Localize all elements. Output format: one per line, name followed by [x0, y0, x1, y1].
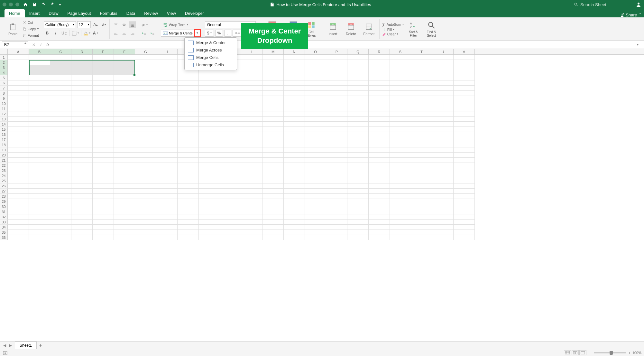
- row-header[interactable]: 11: [0, 106, 8, 111]
- cell[interactable]: [432, 209, 454, 214]
- cell[interactable]: [241, 153, 262, 158]
- cell[interactable]: [114, 75, 135, 80]
- cell[interactable]: [199, 225, 220, 230]
- cell[interactable]: [305, 158, 326, 163]
- row-header[interactable]: 33: [0, 220, 8, 225]
- cell[interactable]: [347, 204, 369, 209]
- cell[interactable]: [284, 158, 305, 163]
- cell[interactable]: [220, 101, 241, 106]
- cell[interactable]: [156, 70, 178, 75]
- cell[interactable]: [369, 220, 390, 225]
- cell[interactable]: [50, 127, 71, 132]
- search-sheet[interactable]: [574, 2, 632, 7]
- cell[interactable]: [390, 101, 411, 106]
- cell[interactable]: [262, 86, 284, 91]
- cell[interactable]: [50, 189, 71, 194]
- cell[interactable]: [114, 55, 135, 60]
- cell[interactable]: [390, 189, 411, 194]
- cell[interactable]: [71, 122, 93, 127]
- cell[interactable]: [347, 214, 369, 220]
- cell[interactable]: [390, 194, 411, 199]
- cell[interactable]: [241, 137, 262, 142]
- cell[interactable]: [114, 225, 135, 230]
- cell[interactable]: [241, 168, 262, 173]
- cell[interactable]: [432, 225, 454, 230]
- cell[interactable]: [284, 132, 305, 137]
- cell[interactable]: [29, 132, 50, 137]
- cell[interactable]: [454, 220, 475, 225]
- cell[interactable]: [29, 153, 50, 158]
- cell[interactable]: [8, 106, 29, 111]
- cell[interactable]: [114, 60, 135, 65]
- cell[interactable]: [390, 225, 411, 230]
- cell[interactable]: [114, 70, 135, 75]
- cut-button[interactable]: Cut: [23, 20, 39, 25]
- row-header[interactable]: 29: [0, 199, 8, 204]
- cell[interactable]: [135, 132, 156, 137]
- cell[interactable]: [199, 183, 220, 189]
- cell[interactable]: [156, 163, 178, 168]
- cell[interactable]: [8, 117, 29, 122]
- cell[interactable]: [135, 106, 156, 111]
- cell[interactable]: [199, 127, 220, 132]
- cell[interactable]: [199, 173, 220, 178]
- cell[interactable]: [347, 65, 369, 70]
- cell[interactable]: [114, 235, 135, 240]
- cell[interactable]: [411, 132, 432, 137]
- cell[interactable]: [199, 235, 220, 240]
- cell[interactable]: [369, 70, 390, 75]
- cell[interactable]: [326, 60, 347, 65]
- cell[interactable]: [454, 194, 475, 199]
- cell[interactable]: [156, 194, 178, 199]
- zoom-window-icon[interactable]: [15, 3, 19, 6]
- cell[interactable]: [71, 168, 93, 173]
- cell[interactable]: [156, 55, 178, 60]
- cell[interactable]: [93, 225, 114, 230]
- row-header[interactable]: 27: [0, 189, 8, 194]
- cell[interactable]: [347, 80, 369, 86]
- cell[interactable]: [135, 117, 156, 122]
- cell[interactable]: [93, 117, 114, 122]
- cell[interactable]: [305, 230, 326, 235]
- cell[interactable]: [178, 209, 199, 214]
- cell[interactable]: [29, 189, 50, 194]
- cell[interactable]: [262, 168, 284, 173]
- cell[interactable]: [50, 204, 71, 209]
- sheet-nav-prev-icon[interactable]: ◀: [2, 343, 7, 348]
- cell[interactable]: [8, 137, 29, 142]
- cell[interactable]: [135, 189, 156, 194]
- cell[interactable]: [8, 142, 29, 147]
- cell[interactable]: [71, 86, 93, 91]
- cell[interactable]: [284, 178, 305, 183]
- cell[interactable]: [262, 214, 284, 220]
- cell[interactable]: [178, 96, 199, 101]
- merge-and-center-item[interactable]: Merge & Center: [185, 39, 237, 46]
- cell[interactable]: [178, 163, 199, 168]
- cell[interactable]: [347, 230, 369, 235]
- cell[interactable]: [199, 91, 220, 96]
- cell[interactable]: [71, 111, 93, 117]
- cell[interactable]: [390, 80, 411, 86]
- cell[interactable]: [411, 111, 432, 117]
- cell[interactable]: [220, 230, 241, 235]
- cell[interactable]: [326, 153, 347, 158]
- cell[interactable]: [241, 96, 262, 101]
- cell[interactable]: [284, 117, 305, 122]
- cell[interactable]: [114, 153, 135, 158]
- cell[interactable]: [326, 173, 347, 178]
- cell[interactable]: [454, 132, 475, 137]
- cell[interactable]: [305, 214, 326, 220]
- cell[interactable]: [135, 70, 156, 75]
- cell[interactable]: [178, 225, 199, 230]
- column-header[interactable]: M: [262, 49, 284, 54]
- cell[interactable]: [29, 96, 50, 101]
- cell[interactable]: [71, 91, 93, 96]
- cell[interactable]: [29, 230, 50, 235]
- cell[interactable]: [220, 173, 241, 178]
- cell[interactable]: [156, 65, 178, 70]
- cell[interactable]: [262, 189, 284, 194]
- cell[interactable]: [432, 158, 454, 163]
- cell[interactable]: [326, 70, 347, 75]
- cell[interactable]: [284, 70, 305, 75]
- cell[interactable]: [454, 204, 475, 209]
